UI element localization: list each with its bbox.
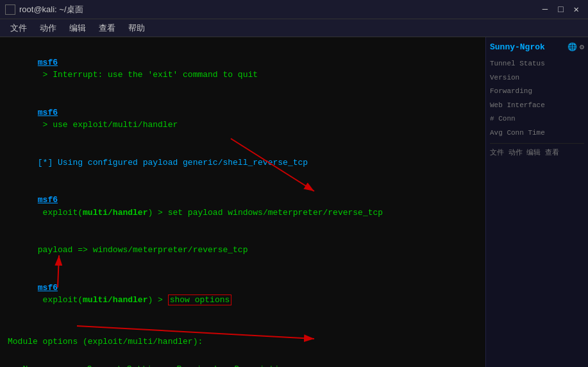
terminal-blank-2 bbox=[8, 350, 478, 363]
titlebar: root@kali: ~/桌面 ─ □ ✕ bbox=[0, 0, 588, 19]
terminal-line-5: payload => windows/meterpreter/reverse_t… bbox=[8, 232, 478, 269]
menu-action[interactable]: 动作 bbox=[35, 21, 62, 36]
sidebar-second-bar: 文件 动作 编辑 查看 bbox=[490, 143, 584, 160]
menu-edit[interactable]: 编辑 bbox=[64, 21, 91, 36]
sidebar-row-forwarding: Forwarding bbox=[490, 85, 584, 99]
menu-view[interactable]: 查看 bbox=[94, 21, 121, 36]
terminal-line-4: msf6 exploit(multi/handler) > set payloa… bbox=[8, 182, 478, 232]
sidebar-row-avgconn: Avg Conn Time bbox=[490, 126, 584, 141]
module-options-header: Module options (exploit/multi/handler): bbox=[8, 336, 478, 348]
terminal-blank-1 bbox=[8, 319, 478, 332]
sidebar-row-web: Web Interface bbox=[490, 99, 584, 113]
terminal-line-2: msf6 > use exploit/multi/handler bbox=[8, 94, 478, 144]
sidebar-row-conn: # Conn bbox=[490, 112, 584, 126]
sidebar: Sunny-Ngrok 🌐 ⚙ Tunnel Status Version Fo… bbox=[485, 37, 588, 367]
msf-prompt-4: msf6 bbox=[38, 195, 58, 205]
msf-prompt-2: msf6 bbox=[38, 108, 58, 117]
terminal-line-3: [*] Using configured payload generic/she… bbox=[8, 144, 478, 182]
terminal-line-6: msf6 exploit(multi/handler) > show optio… bbox=[8, 269, 478, 319]
minimize-button[interactable]: ─ bbox=[539, 3, 551, 16]
menu-help[interactable]: 帮助 bbox=[123, 21, 150, 36]
sidebar-row-version: Version bbox=[490, 71, 584, 85]
close-button[interactable]: ✕ bbox=[570, 3, 583, 16]
main-area: msf6 > Interrupt: use the 'exit' command… bbox=[0, 37, 588, 367]
msf-prompt-6: msf6 bbox=[38, 283, 58, 293]
sidebar-menu-items: 文件 动作 编辑 查看 bbox=[490, 146, 584, 160]
terminal-line-1: msf6 > Interrupt: use the 'exit' command… bbox=[8, 44, 478, 94]
menu-file[interactable]: 文件 bbox=[5, 21, 32, 36]
sidebar-gear-icon: ⚙ bbox=[580, 42, 584, 52]
msf-prompt-1: msf6 bbox=[38, 58, 58, 67]
maximize-button[interactable]: □ bbox=[554, 3, 567, 16]
window-icon bbox=[5, 4, 15, 15]
terminal[interactable]: msf6 > Interrupt: use the 'exit' command… bbox=[0, 37, 485, 367]
window-title: root@kali: ~/桌面 bbox=[19, 4, 83, 15]
titlebar-left: root@kali: ~/桌面 bbox=[5, 4, 83, 15]
sidebar-globe-icon: 🌐 bbox=[567, 42, 577, 52]
titlebar-controls[interactable]: ─ □ ✕ bbox=[539, 3, 583, 16]
sidebar-row-tunnel: Tunnel Status bbox=[490, 57, 584, 71]
sidebar-icons: 🌐 ⚙ bbox=[567, 42, 584, 52]
sidebar-title: Sunny-Ngrok 🌐 ⚙ bbox=[490, 42, 584, 52]
table1-header: NameCurrent SettingRequiredDescription bbox=[8, 363, 478, 368]
menubar: 文件 动作 编辑 查看 帮助 bbox=[0, 19, 588, 37]
show-options-highlight: show options bbox=[168, 294, 232, 305]
